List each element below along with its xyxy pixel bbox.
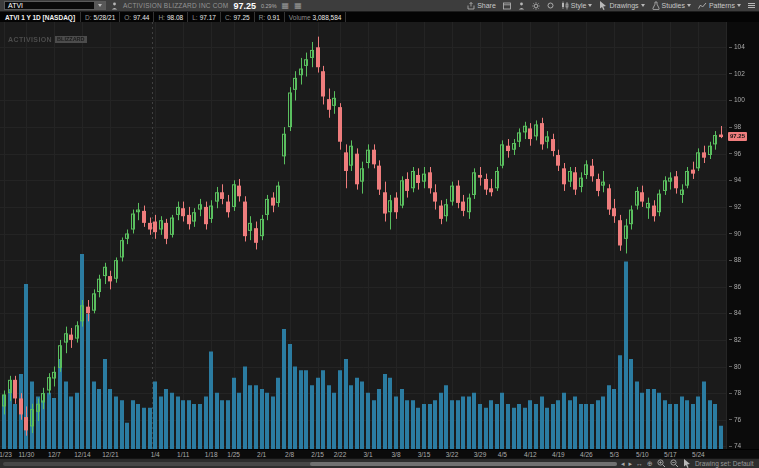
data-cell: C:97.25 bbox=[221, 12, 255, 22]
alerts-icon[interactable] bbox=[547, 2, 554, 9]
drawings-button[interactable]: Drawings bbox=[599, 1, 644, 10]
price-tick-label: 80 bbox=[734, 364, 741, 371]
price-tick-label: 104 bbox=[734, 44, 745, 51]
time-tick-label: 2/22 bbox=[334, 451, 347, 458]
price-tick-label: 96 bbox=[734, 151, 741, 158]
time-tick-label: 2/15 bbox=[311, 451, 324, 458]
time-tick-label: 12/7 bbox=[48, 451, 61, 458]
chart-canvas[interactable] bbox=[0, 22, 727, 449]
flask-icon bbox=[652, 1, 660, 10]
time-tick-label: 4/12 bbox=[524, 451, 537, 458]
symbol-input[interactable]: ATVI bbox=[5, 2, 94, 9]
current-price-bubble: 97.25 bbox=[728, 132, 747, 141]
chevron-down-icon bbox=[588, 4, 592, 7]
style-button[interactable]: Style bbox=[561, 1, 593, 10]
price-axis[interactable]: 97.25 1041021009896949290888684828078767… bbox=[726, 22, 759, 449]
person-icon[interactable] bbox=[111, 2, 118, 10]
time-tick-label: 5/24 bbox=[692, 451, 705, 458]
drawing-set-label: Drawing set: Default bbox=[695, 460, 754, 467]
price-tick-label: 86 bbox=[734, 284, 741, 291]
price-tick-label: 102 bbox=[734, 71, 745, 78]
chevron-down-icon bbox=[641, 4, 645, 7]
zoom-out-icon[interactable] bbox=[670, 459, 679, 468]
price-tick-label: 94 bbox=[734, 177, 741, 184]
chevron-down-icon bbox=[737, 4, 741, 7]
pan-left-icon[interactable]: ◂ bbox=[621, 460, 625, 467]
time-tick-label: 2/8 bbox=[285, 451, 294, 458]
price-tick-label: 76 bbox=[734, 417, 741, 424]
data-cell: Volume3,088,584 bbox=[285, 12, 347, 22]
time-tick-label: 3/1 bbox=[363, 451, 372, 458]
panel-icon[interactable] bbox=[503, 2, 511, 10]
top-toolbar: ATVI ACTIVISION BLIZZARD INC COM 97.25 0… bbox=[0, 0, 759, 12]
data-cell: D:5/28/21 bbox=[81, 12, 120, 22]
data-cell: O:97.44 bbox=[120, 12, 154, 22]
time-tick-label: 1/11 bbox=[177, 451, 189, 458]
data-cell: H:98.08 bbox=[154, 12, 188, 22]
cursor-icon bbox=[599, 1, 607, 10]
data-cell: R:0.91 bbox=[255, 12, 285, 22]
watermark-sub: BLIZZARD bbox=[55, 36, 87, 43]
studies-button[interactable]: Studies bbox=[652, 1, 691, 10]
watermark: ACTIVISION BLIZZARD bbox=[8, 36, 87, 43]
last-price: 97.25 bbox=[233, 1, 256, 11]
gear-icon[interactable] bbox=[532, 2, 540, 10]
price-tick-label: 100 bbox=[734, 97, 745, 104]
symbol-dropdown-button[interactable] bbox=[94, 2, 105, 9]
time-tick-label: 5/3 bbox=[610, 451, 619, 458]
chart-area[interactable]: ACTIVISION BLIZZARD 97.25 10410210098969… bbox=[0, 22, 759, 449]
price-tick-label: 82 bbox=[734, 337, 741, 344]
time-tick-label: 3/8 bbox=[391, 451, 400, 458]
time-tick-label: 4/5 bbox=[498, 451, 507, 458]
pan-right-icon[interactable]: ▸ bbox=[629, 460, 633, 467]
company-name: ACTIVISION BLIZZARD INC COM bbox=[123, 2, 228, 9]
grid-layout-icon[interactable]: ▦ bbox=[282, 2, 290, 10]
time-tick-label: 1/4 bbox=[151, 451, 160, 458]
price-tick-label: 90 bbox=[734, 231, 741, 238]
data-cell: L:97.17 bbox=[188, 12, 221, 22]
cursor-tool-icon[interactable] bbox=[683, 459, 691, 468]
grid-layout-icon-2[interactable]: ▦ bbox=[294, 2, 302, 10]
patterns-button[interactable]: Patterns bbox=[698, 2, 741, 10]
patterns-icon bbox=[698, 2, 707, 10]
price-tick-label: 88 bbox=[734, 257, 741, 264]
ohlc-cells: D:5/28/21O:97.44H:98.08L:97.17C:97.25R:0… bbox=[81, 12, 346, 22]
change-percent: 0.29% bbox=[261, 3, 277, 9]
expand-range-icon[interactable]: ↔ bbox=[636, 460, 643, 467]
time-axis[interactable]: 11/2311/3012/712/1412/211/41/111/181/252… bbox=[0, 449, 759, 458]
time-tick-label: 4/19 bbox=[552, 451, 565, 458]
time-tick-label: 12/14 bbox=[74, 451, 90, 458]
chevron-down-icon bbox=[98, 4, 102, 7]
fit-view-icon[interactable]: ⊕ bbox=[647, 460, 653, 467]
chart-title: ATVI 1 Y 1D [NASDAQ] bbox=[0, 12, 81, 22]
time-tick-label: 11/30 bbox=[18, 451, 34, 458]
price-tick-label: 98 bbox=[734, 124, 741, 131]
price-tick-label: 84 bbox=[734, 310, 741, 317]
menu-icon[interactable] bbox=[748, 3, 755, 8]
time-tick-label: 3/22 bbox=[446, 451, 459, 458]
time-tick-label: 4/26 bbox=[580, 451, 593, 458]
zoom-in-icon[interactable] bbox=[657, 459, 666, 468]
time-tick-label: 1/18 bbox=[205, 451, 218, 458]
user-icon[interactable] bbox=[518, 2, 525, 10]
time-tick-label: 3/29 bbox=[474, 451, 487, 458]
chart-style-icon bbox=[561, 1, 569, 10]
time-tick-label: 12/21 bbox=[102, 451, 118, 458]
time-tick-label: 5/10 bbox=[636, 451, 649, 458]
time-tick-label: 5/17 bbox=[664, 451, 677, 458]
time-tick-label: 11/23 bbox=[0, 451, 12, 458]
share-icon bbox=[467, 2, 475, 10]
time-tick-label: 1/25 bbox=[227, 451, 240, 458]
price-tick-label: 92 bbox=[734, 204, 741, 211]
scrollbar-thumb[interactable] bbox=[310, 462, 617, 466]
chevron-down-icon bbox=[687, 4, 691, 7]
price-tick-label: 78 bbox=[734, 390, 741, 397]
time-tick-label: 3/15 bbox=[418, 451, 431, 458]
scrollbar-track[interactable] bbox=[3, 462, 617, 466]
chart-header-bar: ATVI 1 Y 1D [NASDAQ] D:5/28/21O:97.44H:9… bbox=[0, 12, 759, 22]
status-bar: ◂ ▸ ↔ ⊕ Drawing set: Default bbox=[0, 458, 759, 468]
time-tick-label: 2/1 bbox=[257, 451, 266, 458]
watermark-brand: ACTIVISION bbox=[8, 36, 52, 43]
share-button[interactable]: Share bbox=[467, 2, 496, 10]
symbol-search[interactable]: ATVI bbox=[4, 1, 106, 10]
